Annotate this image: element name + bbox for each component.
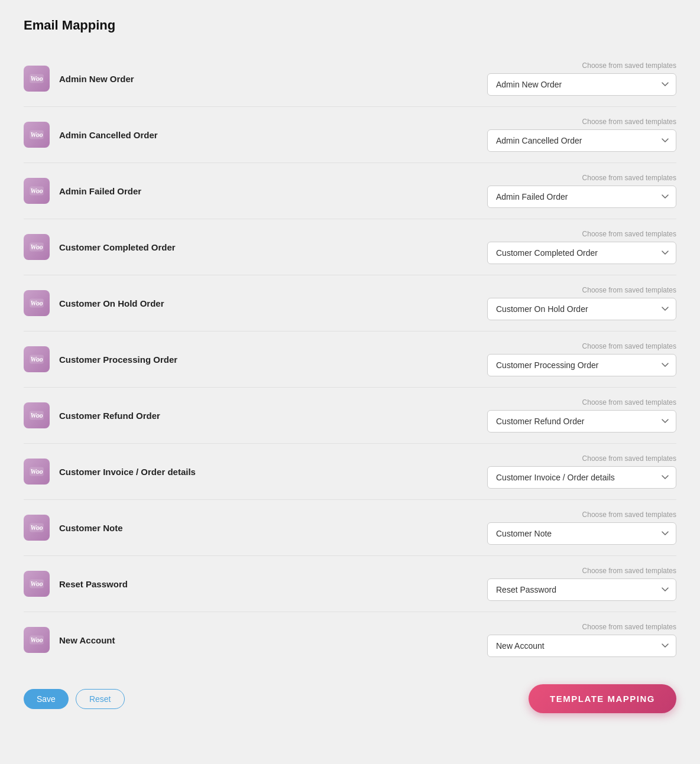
row-label-customer-invoice-order-details: Customer Invoice / Order details [59,467,196,477]
mapping-row-customer-on-hold-order: Woo Customer On Hold OrderChoose from sa… [24,275,676,331]
page-title: Email Mapping [24,18,676,33]
woo-icon: Woo [24,122,50,148]
svg-text:Woo: Woo [30,187,43,195]
reset-button[interactable]: Reset [76,689,125,709]
template-select-label: Choose from saved templates [582,342,676,350]
row-label-customer-processing-order: Customer Processing Order [59,355,177,365]
woo-icon: Woo [24,234,50,260]
woo-icon: Woo [24,402,50,428]
template-select-label: Choose from saved templates [582,286,676,294]
row-label-customer-refund-order: Customer Refund Order [59,411,160,421]
svg-text:Woo: Woo [30,467,43,476]
row-label-customer-completed-order: Customer Completed Order [59,242,176,252]
template-select-customer-on-hold-order[interactable]: Admin New OrderAdmin Cancelled OrderAdmi… [487,298,676,320]
template-select-reset-password[interactable]: Admin New OrderAdmin Cancelled OrderAdmi… [487,578,676,601]
row-label-customer-on-hold-order: Customer On Hold Order [59,298,164,308]
template-select-admin-failed-order[interactable]: Admin New OrderAdmin Cancelled OrderAdmi… [487,186,676,208]
row-left: Woo Customer Processing Order [24,346,177,372]
woo-icon: Woo [24,66,50,92]
row-left: Woo Customer Note [24,515,123,541]
mapping-row-admin-cancelled-order: Woo Admin Cancelled OrderChoose from sav… [24,107,676,163]
svg-text:Woo: Woo [30,243,43,251]
template-select-customer-processing-order[interactable]: Admin New OrderAdmin Cancelled OrderAdmi… [487,354,676,376]
mapping-list: Woo Admin New OrderChoose from saved tem… [24,51,676,668]
mapping-row-customer-note: Woo Customer NoteChoose from saved templ… [24,500,676,556]
row-label-admin-failed-order: Admin Failed Order [59,186,141,196]
bottom-actions: Save Reset [24,689,125,709]
woo-icon: Woo [24,627,50,653]
template-select-customer-refund-order[interactable]: Admin New OrderAdmin Cancelled OrderAdmi… [487,410,676,433]
mapping-row-reset-password: Woo Reset PasswordChoose from saved temp… [24,556,676,612]
template-select-label: Choose from saved templates [582,118,676,126]
template-select-label: Choose from saved templates [582,230,676,238]
woo-icon: Woo [24,290,50,316]
mapping-row-admin-new-order: Woo Admin New OrderChoose from saved tem… [24,51,676,107]
template-select-customer-invoice-order-details[interactable]: Admin New OrderAdmin Cancelled OrderAdmi… [487,466,676,489]
row-right: Choose from saved templatesAdmin New Ord… [475,567,676,601]
template-select-label: Choose from saved templates [582,567,676,575]
svg-text:Woo: Woo [30,131,43,139]
svg-text:Woo: Woo [30,411,43,420]
template-mapping-button[interactable]: TEMPLATE MAPPING [529,684,676,713]
row-left: Woo Customer Refund Order [24,402,160,428]
row-left: Woo Admin New Order [24,66,134,92]
bottom-bar: Save Reset TEMPLATE MAPPING [24,684,676,713]
mapping-row-customer-processing-order: Woo Customer Processing OrderChoose from… [24,331,676,388]
row-right: Choose from saved templatesAdmin New Ord… [475,118,676,152]
row-label-admin-cancelled-order: Admin Cancelled Order [59,130,158,140]
template-select-customer-completed-order[interactable]: Admin New OrderAdmin Cancelled OrderAdmi… [487,242,676,264]
template-select-label: Choose from saved templates [582,511,676,519]
row-left: Woo New Account [24,627,115,653]
row-left: Woo Admin Cancelled Order [24,122,158,148]
mapping-row-customer-completed-order: Woo Customer Completed OrderChoose from … [24,219,676,275]
woo-icon: Woo [24,571,50,597]
template-select-customer-note[interactable]: Admin New OrderAdmin Cancelled OrderAdmi… [487,522,676,545]
row-right: Choose from saved templatesAdmin New Ord… [475,342,676,376]
row-label-new-account: New Account [59,635,115,645]
row-left: Woo Reset Password [24,571,128,597]
row-right: Choose from saved templatesAdmin New Ord… [475,286,676,320]
row-right: Choose from saved templatesAdmin New Ord… [475,623,676,657]
template-select-label: Choose from saved templates [582,398,676,407]
svg-text:Woo: Woo [30,524,43,532]
template-select-label: Choose from saved templates [582,454,676,463]
template-select-label: Choose from saved templates [582,174,676,182]
mapping-row-customer-invoice-order-details: Woo Customer Invoice / Order detailsChoo… [24,444,676,500]
svg-text:Woo: Woo [30,636,43,644]
row-label-customer-note: Customer Note [59,523,123,533]
row-right: Choose from saved templatesAdmin New Ord… [475,454,676,489]
row-left: Woo Customer On Hold Order [24,290,164,316]
mapping-row-admin-failed-order: Woo Admin Failed OrderChoose from saved … [24,163,676,219]
mapping-row-new-account: Woo New AccountChoose from saved templat… [24,612,676,668]
row-right: Choose from saved templatesAdmin New Ord… [475,61,676,96]
svg-text:Woo: Woo [30,74,43,83]
template-select-label: Choose from saved templates [582,61,676,70]
svg-text:Woo: Woo [30,299,43,307]
row-left: Woo Customer Invoice / Order details [24,459,196,485]
template-select-label: Choose from saved templates [582,623,676,631]
svg-text:Woo: Woo [30,355,43,363]
row-right: Choose from saved templatesAdmin New Ord… [475,398,676,433]
save-button[interactable]: Save [24,689,69,709]
woo-icon: Woo [24,178,50,204]
woo-icon: Woo [24,459,50,485]
template-select-admin-cancelled-order[interactable]: Admin New OrderAdmin Cancelled OrderAdmi… [487,129,676,152]
svg-text:Woo: Woo [30,580,43,588]
woo-icon: Woo [24,515,50,541]
row-right: Choose from saved templatesAdmin New Ord… [475,230,676,264]
row-right: Choose from saved templatesAdmin New Ord… [475,511,676,545]
row-left: Woo Admin Failed Order [24,178,141,204]
template-select-new-account[interactable]: Admin New OrderAdmin Cancelled OrderAdmi… [487,635,676,657]
row-label-reset-password: Reset Password [59,579,128,589]
row-left: Woo Customer Completed Order [24,234,176,260]
woo-icon: Woo [24,346,50,372]
mapping-row-customer-refund-order: Woo Customer Refund OrderChoose from sav… [24,388,676,444]
template-select-admin-new-order[interactable]: Admin New OrderAdmin Cancelled OrderAdmi… [487,73,676,96]
row-right: Choose from saved templatesAdmin New Ord… [475,174,676,208]
row-label-admin-new-order: Admin New Order [59,74,134,84]
